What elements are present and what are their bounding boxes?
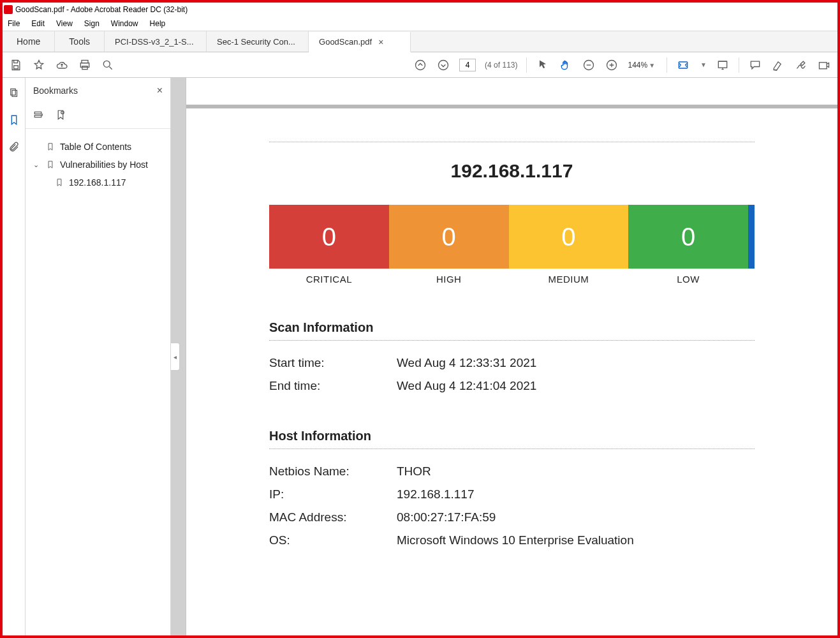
os-label: OS: (269, 533, 397, 547)
severity-critical-count: 0 (269, 205, 389, 269)
severity-low-count: 0 (628, 205, 748, 269)
severity-labels: CRITICAL HIGH MEDIUM LOW (269, 274, 755, 285)
severity-critical-label: CRITICAL (269, 274, 389, 285)
bookmark-host-ip-label: 192.168.1.117 (69, 177, 126, 188)
page-count: (4 of 113) (485, 61, 517, 70)
tab-tools[interactable]: Tools (55, 31, 105, 52)
netbios-value: THOR (397, 464, 755, 478)
tab-home[interactable]: Home (3, 31, 55, 52)
left-rail (3, 78, 26, 635)
svg-rect-14 (34, 115, 41, 117)
svg-rect-11 (10, 89, 15, 95)
doc-tab-0-label: PCI-DSS-v3_2_1-S... (115, 37, 194, 47)
bookmarks-rail-icon[interactable] (8, 114, 20, 126)
bookmark-toc[interactable]: Table Of Contents (31, 138, 165, 156)
menu-window[interactable]: Window (106, 18, 144, 29)
netbios-label: Netbios Name: (269, 464, 397, 478)
tab-strip: Home Tools PCI-DSS-v3_2_1-S... Sec-1 Sec… (3, 31, 837, 52)
svg-point-15 (61, 111, 64, 114)
svg-point-6 (439, 60, 448, 70)
svg-point-4 (103, 61, 110, 67)
menu-view[interactable]: View (51, 18, 78, 29)
doc-tab-1[interactable]: Sec-1 Security Con... (207, 31, 309, 52)
zoom-out-icon[interactable] (582, 58, 596, 72)
svg-rect-12 (12, 91, 17, 97)
svg-rect-0 (14, 65, 18, 68)
os-value: Microsoft Windows 10 Enterprise Evaluati… (397, 533, 755, 547)
page-up-icon[interactable] (413, 58, 427, 72)
host-info-heading: Host Information (269, 429, 755, 449)
menu-sign[interactable]: Sign (79, 18, 105, 29)
collapse-panel-grip[interactable]: ◂ (171, 343, 180, 371)
save-icon[interactable] (9, 58, 23, 72)
bookmark-options-icon[interactable] (33, 109, 45, 123)
page-number-input[interactable] (459, 59, 476, 71)
scan-info-heading: Scan Information (269, 320, 755, 341)
doc-tab-1-label: Sec-1 Security Con... (217, 37, 295, 47)
bookmarks-title: Bookmarks (33, 85, 78, 96)
fit-dropdown-icon[interactable]: ▼ (700, 61, 707, 68)
highlight-icon[interactable] (771, 58, 785, 72)
read-mode-icon[interactable] (716, 58, 730, 72)
severity-medium-count: 0 (509, 205, 629, 269)
svg-rect-9 (718, 61, 726, 68)
thumbnails-icon[interactable] (8, 87, 20, 100)
menu-edit[interactable]: Edit (26, 18, 50, 29)
window-titlebar: GoodScan.pdf - Adobe Acrobat Reader DC (… (3, 3, 837, 17)
window-title: GoodScan.pdf - Adobe Acrobat Reader DC (… (15, 5, 188, 14)
bookmark-host-ip[interactable]: 192.168.1.117 (31, 174, 165, 191)
severity-low-label: LOW (628, 274, 748, 285)
menu-bar: File Edit View Sign Window Help (3, 17, 837, 31)
search-icon[interactable] (101, 58, 115, 72)
menu-help[interactable]: Help (145, 18, 171, 29)
bookmark-toc-label: Table Of Contents (60, 142, 131, 152)
pan-hand-icon[interactable] (559, 58, 573, 72)
report-host-title: 192.168.1.117 (269, 142, 755, 182)
close-tab-icon[interactable]: × (378, 37, 383, 47)
fit-width-icon[interactable] (676, 58, 690, 72)
menu-file[interactable]: File (3, 18, 25, 29)
scan-end-value: Wed Aug 4 12:41:04 2021 (397, 379, 755, 393)
bookmark-vuln-by-host[interactable]: ⌄ Vulnerabilities by Host (31, 156, 165, 174)
page-down-icon[interactable] (436, 58, 450, 72)
app-icon (4, 5, 13, 14)
main-toolbar: (4 of 113) 144%▼ ▼ (3, 52, 837, 78)
attachments-icon[interactable] (8, 140, 20, 153)
star-icon[interactable] (32, 58, 46, 72)
severity-high-count: 0 (389, 205, 509, 269)
severity-bar: 0 0 0 0 (269, 205, 755, 269)
ip-label: IP: (269, 487, 397, 501)
comment-icon[interactable] (748, 58, 762, 72)
bookmark-vuln-label: Vulnerabilities by Host (60, 160, 148, 170)
scan-start-label: Start time: (269, 356, 397, 370)
find-bookmark-icon[interactable] (55, 109, 66, 123)
print-icon[interactable] (78, 58, 92, 72)
zoom-in-icon[interactable] (605, 58, 619, 72)
cloud-upload-icon[interactable] (55, 58, 69, 72)
scan-start-value: Wed Aug 4 12:33:31 2021 (397, 356, 755, 370)
scan-end-label: End time: (269, 379, 397, 393)
svg-point-5 (416, 60, 425, 70)
svg-rect-10 (820, 62, 827, 68)
severity-medium-label: MEDIUM (509, 274, 629, 285)
bookmarks-panel: Bookmarks × Table Of Contents ⌄ Vulnerab… (26, 78, 171, 635)
zoom-level[interactable]: 144%▼ (628, 61, 658, 70)
doc-tab-2[interactable]: GoodScan.pdf × (309, 32, 411, 52)
more-tools-icon[interactable] (817, 58, 831, 72)
svg-rect-3 (82, 66, 87, 69)
severity-high-label: HIGH (389, 274, 509, 285)
mac-value: 08:00:27:17:FA:59 (397, 510, 755, 524)
severity-info-strip (748, 205, 755, 269)
pointer-icon[interactable] (536, 58, 550, 72)
svg-rect-13 (34, 112, 41, 114)
caret-down-icon[interactable]: ⌄ (33, 161, 41, 169)
mac-label: MAC Address: (269, 510, 397, 524)
sign-icon[interactable] (794, 58, 808, 72)
document-viewport[interactable]: ◂ 192.168.1.117 0 0 0 0 CRITICAL HIGH (171, 78, 837, 635)
doc-tab-2-label: GoodScan.pdf (319, 37, 372, 47)
doc-tab-0[interactable]: PCI-DSS-v3_2_1-S... (105, 31, 207, 52)
close-panel-icon[interactable]: × (157, 85, 163, 96)
ip-value: 192.168.1.117 (397, 487, 755, 501)
pdf-page: 192.168.1.117 0 0 0 0 CRITICAL HIGH MEDI… (186, 78, 837, 635)
